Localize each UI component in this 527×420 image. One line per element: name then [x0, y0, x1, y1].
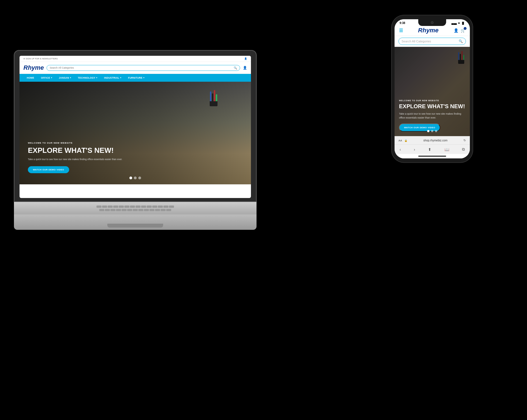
laptop-carousel-dots — [129, 177, 141, 179]
phone-nav-bar: ‹ › ⬆ 📖 ⧉ — [395, 144, 470, 154]
laptop-topbar: ✉ SIGN UP FOR E-NEWSLETTERS 👤 — [20, 56, 251, 62]
phone-home-indicator — [395, 154, 470, 158]
laptop-hero: WELCOME TO OUR NEW WEBSITE EXPLORE WHAT'… — [20, 82, 251, 184]
chevron-down-icon: ▾ — [70, 77, 71, 79]
laptop-hero-subtitle: WELCOME TO OUR NEW WEBSITE — [28, 142, 122, 144]
laptop-topbar-user: 👤 — [244, 57, 247, 60]
laptop-hero-description: Take a quick tour to see how our new sit… — [28, 158, 122, 161]
phone-search-inner[interactable]: Search All Categories 🔍 — [398, 38, 466, 45]
laptop-nav-industrial[interactable]: INDUSTRIAL ▾ — [101, 74, 125, 82]
phone-url: shop.rhymebiz.com — [410, 139, 461, 142]
phone-search-bar: Search All Categories 🔍 — [395, 36, 470, 47]
laptop-nav-home[interactable]: HOME — [23, 74, 38, 82]
phone-hero-subtitle: WELCOME TO OUR NEW WEBSITE — [399, 100, 465, 102]
bookmarks-icon[interactable]: 📖 — [444, 147, 449, 152]
laptop-topbar-email: ✉ SIGN UP FOR E-NEWSLETTERS — [23, 58, 58, 60]
phone-camera — [431, 21, 434, 24]
laptop-nav: HOME OFFICE ▾ JANSAN ▾ TECHNOLOGY ▾ — [20, 74, 251, 82]
lock-icon: 🔒 — [404, 139, 407, 142]
laptop-watch-demo-button[interactable]: WATCH OUR DEMO VIDEO — [28, 166, 69, 173]
phone-hero-title: EXPLORE WHAT'S NEW! — [399, 103, 465, 109]
cart-count-badge: 1 — [464, 27, 466, 30]
phone-time: 9:38 — [400, 21, 405, 25]
laptop-nav-technology[interactable]: TECHNOLOGY ▾ — [74, 74, 101, 82]
phone-carousel-dots — [427, 130, 437, 132]
scene: ✉ SIGN UP FOR E-NEWSLETTERS 👤 Rhyme 🔍 👤 … — [0, 0, 527, 420]
laptop-nav-jansan[interactable]: JANSAN ▾ — [55, 74, 74, 82]
chevron-down-icon: ▾ — [96, 77, 97, 79]
laptop-body: ✉ SIGN UP FOR E-NEWSLETTERS 👤 Rhyme 🔍 👤 … — [14, 50, 257, 202]
phone-header-icons: 👤 🛒 1 — [454, 28, 465, 33]
wifi-icon: ≋ — [458, 22, 460, 25]
laptop-hero-title: EXPLORE WHAT'S NEW! — [28, 146, 122, 155]
chevron-down-icon: ▾ — [143, 77, 144, 79]
laptop-hinge — [107, 224, 163, 228]
phone-header: ☰ Rhyme 👤 🛒 1 — [395, 25, 470, 36]
laptop-header: Rhyme 🔍 👤 — [20, 62, 251, 74]
laptop-keyboard — [14, 202, 257, 214]
phone-logo: Rhyme — [418, 27, 438, 34]
phone-dot-1[interactable] — [427, 130, 429, 132]
phone-hero-description: Take a quick tour to see how our new sit… — [399, 112, 465, 120]
phone-aa-label: AA — [398, 139, 402, 142]
phone-user-icon[interactable]: 👤 — [454, 28, 458, 33]
laptop: ✉ SIGN UP FOR E-NEWSLETTERS 👤 Rhyme 🔍 👤 … — [14, 50, 257, 230]
phone-hero: WELCOME TO OUR NEW WEBSITE EXPLORE WHAT'… — [395, 47, 470, 136]
laptop-user-icon: 👤 — [243, 66, 247, 70]
signal-icon: ▄▄▄ — [451, 22, 457, 25]
tabs-icon[interactable]: ⧉ — [462, 147, 465, 152]
phone: 9:38 ▄▄▄ ≋ ▐▌ ☰ Rhyme 👤 🛒 1 — [392, 15, 473, 162]
laptop-nav-office[interactable]: OFFICE ▾ — [38, 74, 55, 82]
laptop-dot-3[interactable] — [138, 177, 141, 179]
battery-icon: ▐▌ — [461, 22, 465, 25]
back-icon[interactable]: ‹ — [400, 147, 401, 152]
phone-home-bar — [418, 156, 446, 157]
laptop-screen: ✉ SIGN UP FOR E-NEWSLETTERS 👤 Rhyme 🔍 👤 … — [20, 56, 251, 198]
laptop-search-input[interactable] — [50, 66, 232, 69]
phone-status-icons: ▄▄▄ ≋ ▐▌ — [451, 22, 465, 25]
phone-search-placeholder: Search All Categories — [402, 40, 457, 43]
laptop-nav-furniture[interactable]: FURNITURE ▾ — [125, 74, 148, 82]
phone-browser-bar: AA 🔒 shop.rhymebiz.com ↻ — [395, 136, 470, 144]
laptop-logo: Rhyme — [23, 64, 44, 71]
laptop-search-wrap[interactable]: 🔍 — [47, 65, 240, 71]
share-icon[interactable]: ⬆ — [428, 147, 431, 152]
hamburger-menu-icon[interactable]: ☰ — [399, 28, 403, 33]
phone-cart-badge[interactable]: 🛒 1 — [461, 28, 465, 33]
laptop-hero-content: WELCOME TO OUR NEW WEBSITE EXPLORE WHAT'… — [28, 142, 122, 173]
laptop-dot-1[interactable] — [129, 177, 132, 179]
forward-icon[interactable]: › — [414, 147, 415, 152]
laptop-dot-2[interactable] — [134, 177, 137, 179]
phone-search-icon: 🔍 — [459, 39, 463, 43]
phone-dot-3[interactable] — [435, 130, 437, 132]
laptop-keys — [32, 206, 238, 211]
phone-notch — [418, 19, 446, 26]
phone-screen: 9:38 ▄▄▄ ≋ ▐▌ ☰ Rhyme 👤 🛒 1 — [395, 19, 470, 158]
chevron-down-icon: ▾ — [51, 77, 52, 79]
chevron-down-icon: ▾ — [120, 77, 121, 79]
phone-dot-2[interactable] — [431, 130, 433, 132]
laptop-bottom — [14, 214, 257, 230]
laptop-search-icon: 🔍 — [234, 66, 237, 69]
reload-icon[interactable]: ↻ — [463, 139, 466, 142]
phone-shell: 9:38 ▄▄▄ ≋ ▐▌ ☰ Rhyme 👤 🛒 1 — [392, 15, 473, 162]
